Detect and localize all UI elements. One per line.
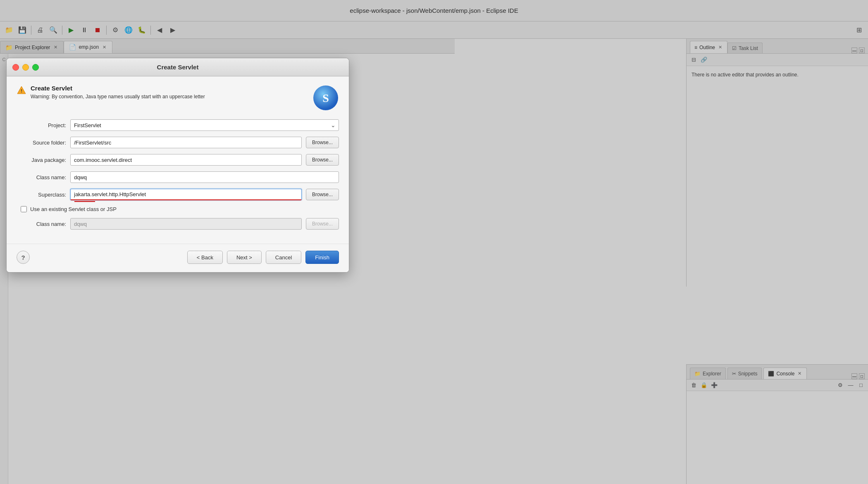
help-button[interactable]: ? xyxy=(17,251,30,264)
dialog-header-left: ! Create Servlet Warning: By convention,… xyxy=(17,85,205,100)
create-servlet-dialog: Create Servlet ! Create Servlet Warning xyxy=(6,58,349,273)
java-package-label: Java package: xyxy=(17,157,66,163)
class-name-label: Class name: xyxy=(17,174,66,180)
dialog-title: Create Servlet xyxy=(157,64,199,71)
use-existing-label[interactable]: Use an existing Servlet class or JSP xyxy=(30,206,117,212)
source-folder-browse-btn[interactable]: Browse... xyxy=(306,137,339,148)
footer-left: ? xyxy=(17,251,30,264)
project-select[interactable]: FirstServlet xyxy=(70,119,339,131)
class-name2-input[interactable] xyxy=(70,218,302,230)
close-traffic-light[interactable] xyxy=(12,64,19,71)
cancel-button[interactable]: Cancel xyxy=(266,251,301,264)
finish-button[interactable]: Finish xyxy=(305,251,339,264)
minimize-traffic-light[interactable] xyxy=(22,64,29,71)
class-name-row: Class name: xyxy=(17,171,339,183)
superclass-label: Superclass: xyxy=(17,192,66,198)
superclass-input[interactable] xyxy=(70,189,302,200)
project-label: Project: xyxy=(17,122,66,128)
warning-icon: ! xyxy=(17,85,26,95)
source-folder-input[interactable] xyxy=(70,137,302,148)
project-row: Project: FirstServlet ⌄ xyxy=(17,119,339,131)
dialog-title-section: Create Servlet Warning: By convention, J… xyxy=(31,85,205,100)
class-name2-label: Class name: xyxy=(17,221,66,227)
source-folder-label: Source folder: xyxy=(17,140,66,146)
back-button[interactable]: < Back xyxy=(187,251,223,264)
java-package-row: Java package: Browse... xyxy=(17,154,339,166)
warning-text: Warning: By convention, Java type names … xyxy=(31,94,205,100)
superclass-browse-btn[interactable]: Browse... xyxy=(306,189,339,200)
servlet-logo: S xyxy=(312,85,339,111)
class-name2-row: Class name: Browse... xyxy=(17,218,339,230)
dialog-header: ! Create Servlet Warning: By convention,… xyxy=(17,85,339,111)
dialog-heading: Create Servlet xyxy=(31,85,205,92)
class-name-input[interactable] xyxy=(70,171,339,183)
dialog-body: ! Create Servlet Warning: By convention,… xyxy=(7,76,349,244)
traffic-lights xyxy=(12,64,39,71)
class-name2-browse-btn[interactable]: Browse... xyxy=(306,218,339,230)
svg-text:!: ! xyxy=(21,88,22,93)
ide-background: eclipse-workspace - json/WebContent/emp.… xyxy=(0,0,868,484)
dialog-overlay: Create Servlet ! Create Servlet Warning xyxy=(0,0,868,484)
maximize-traffic-light[interactable] xyxy=(32,64,39,71)
java-package-browse-btn[interactable]: Browse... xyxy=(306,154,339,166)
use-existing-servlet-row: Use an existing Servlet class or JSP xyxy=(17,206,339,212)
source-folder-row: Source folder: Browse... xyxy=(17,137,339,148)
java-package-input[interactable] xyxy=(70,154,302,166)
dialog-title-bar: Create Servlet xyxy=(7,58,349,76)
superclass-row: Superclass: Browse... xyxy=(17,189,339,200)
dialog-footer: ? < Back Next > Cancel Finish xyxy=(7,244,349,272)
footer-right: < Back Next > Cancel Finish xyxy=(187,251,339,264)
use-existing-checkbox[interactable] xyxy=(21,206,27,212)
svg-text:S: S xyxy=(322,92,329,104)
superclass-error-underline xyxy=(74,201,95,202)
servlet-svg-icon: S xyxy=(312,85,339,111)
next-button[interactable]: Next > xyxy=(227,251,262,264)
project-select-wrapper: FirstServlet ⌄ xyxy=(70,119,339,131)
